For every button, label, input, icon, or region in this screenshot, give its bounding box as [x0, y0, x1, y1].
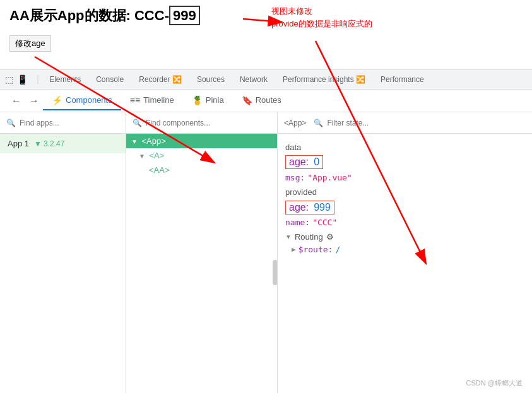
- component-aa[interactable]: <AA>: [126, 163, 277, 177]
- route-expand-arrow: ▶: [292, 245, 296, 254]
- tab-pinia-label: Pinia: [206, 95, 224, 105]
- routes-icon: 🔖: [242, 95, 252, 105]
- route-item[interactable]: ▶ $route: /: [283, 243, 527, 255]
- data-msg-item: msg: "App.vue": [283, 172, 527, 184]
- app-tag-label: <App>: [284, 119, 306, 127]
- tab-sources[interactable]: Sources: [191, 73, 231, 86]
- components-search-section: 🔍: [126, 112, 278, 133]
- panel-right: data age: 0 msg: "App.vue" provided age:…: [278, 134, 532, 393]
- app-name: App 1: [8, 139, 29, 148]
- back-button[interactable]: ←: [8, 93, 25, 109]
- tab-recorder[interactable]: Recorder 🔀: [133, 73, 188, 86]
- component-a-tag: <A>: [150, 151, 165, 160]
- component-aa-tag: <AA>: [149, 165, 170, 175]
- panel-mid: ▼ <App> ▼ <A> <AA>: [126, 134, 278, 393]
- pinia-icon: 🍍: [192, 95, 203, 105]
- provided-age-bordered: age: 999: [285, 201, 334, 214]
- data-age-item: age: 0: [283, 154, 527, 172]
- provided-section-title: provided: [283, 184, 527, 199]
- annotation-line1: 视图未修改: [271, 5, 372, 18]
- data-age-key: age:: [289, 156, 309, 168]
- main-content: App 1 ▼ 3.2.47 ▼ <App> ▼ <A> <AA> data a…: [0, 134, 532, 393]
- tab-performance[interactable]: Performance: [374, 73, 430, 86]
- inspect-icon[interactable]: ⬚: [5, 74, 13, 85]
- title-text: AA展示App的数据: CCC-999: [9, 6, 200, 25]
- tab-timeline[interactable]: ≡≡ Timeline: [121, 91, 183, 110]
- modify-age-button[interactable]: 修改age: [9, 35, 51, 52]
- component-a[interactable]: ▼ <A>: [126, 148, 277, 163]
- routing-gear-icon: ⚙: [326, 232, 334, 242]
- state-search-section: <App> 🔍: [278, 112, 532, 133]
- title-prefix: AA展示App的数据: CCC-: [9, 8, 169, 23]
- tab-timeline-label: Timeline: [143, 95, 174, 105]
- search-bar: 🔍 🔍 <App> 🔍: [0, 112, 532, 134]
- provided-age-key: age:: [289, 202, 309, 213]
- tab-components-label: Components: [66, 95, 112, 105]
- apps-search-icon: 🔍: [6, 119, 16, 127]
- data-section-title: data: [283, 139, 527, 154]
- annotation-box: 视图未修改 provide的数据是非响应式的: [271, 5, 372, 30]
- component-app-tag: <App>: [142, 136, 166, 146]
- component-app[interactable]: ▼ <App>: [126, 134, 277, 148]
- tab-components[interactable]: ⚡ Components: [43, 91, 121, 110]
- find-apps-input[interactable]: [20, 119, 119, 127]
- data-age-bordered: age: 0: [285, 155, 323, 169]
- provided-age-val: 999: [314, 202, 331, 213]
- filter-search-icon: 🔍: [314, 119, 323, 127]
- panel-left: App 1 ▼ 3.2.47: [0, 134, 126, 393]
- find-components-input[interactable]: [146, 119, 271, 127]
- tab-routes-label: Routes: [256, 95, 281, 105]
- watermark: CSDN @蟑螂大道: [466, 378, 523, 388]
- app-version: ▼ 3.2.47: [34, 139, 64, 148]
- a-expand-arrow: ▼: [139, 153, 145, 160]
- toolbar-icons: ⬚ 📱: [5, 74, 28, 85]
- route-key: $route:: [299, 245, 333, 254]
- routing-arrow-icon: ▼: [285, 233, 292, 240]
- tab-pinia[interactable]: 🍍 Pinia: [183, 91, 233, 110]
- vue-toolbar: ← → ⚡ Components ≡≡ Timeline 🍍 Pinia 🔖 R…: [0, 90, 532, 112]
- annotation-line2: provide的数据是非响应式的: [271, 18, 372, 30]
- title-number: 999: [169, 6, 200, 25]
- data-msg-key: msg:: [285, 173, 305, 182]
- routing-section-title: ▼ Routing ⚙: [283, 228, 527, 243]
- provided-name-key: name:: [285, 218, 310, 227]
- routing-label: Routing: [295, 232, 323, 242]
- tab-console[interactable]: Console: [90, 73, 130, 86]
- devtools-toolbar: ⬚ 📱 | Elements Console Recorder 🔀 Source…: [0, 69, 532, 90]
- app-list-item[interactable]: App 1 ▼ 3.2.47: [0, 134, 126, 153]
- tab-routes[interactable]: 🔖 Routes: [233, 91, 290, 110]
- timeline-icon: ≡≡: [130, 95, 140, 105]
- route-val: /: [335, 245, 340, 254]
- tab-elements[interactable]: Elements: [43, 73, 87, 86]
- forward-button[interactable]: →: [25, 93, 43, 109]
- main-title: AA展示App的数据: CCC-999: [9, 6, 523, 25]
- app-expand-arrow: ▼: [131, 138, 138, 145]
- provided-age-item: age: 999: [283, 199, 527, 216]
- top-area: AA展示App的数据: CCC-999 视图未修改 provide的数据是非响应…: [0, 0, 532, 69]
- provided-name-val: "CCC": [312, 218, 337, 227]
- components-search-icon: 🔍: [133, 119, 142, 127]
- apps-search-section: 🔍: [0, 112, 126, 133]
- separator1: |: [37, 74, 39, 85]
- data-msg-val: "App.vue": [307, 173, 352, 182]
- tab-performance-insights[interactable]: Performance insights 🔀: [276, 73, 372, 86]
- components-icon: ⚡: [52, 95, 62, 105]
- provided-name-item: name: "CCC": [283, 216, 527, 228]
- filter-state-input[interactable]: [327, 119, 526, 127]
- vue-v-icon: ▼: [34, 139, 42, 148]
- data-age-val: 0: [314, 156, 319, 168]
- device-icon[interactable]: 📱: [17, 74, 28, 85]
- tab-network[interactable]: Network: [233, 73, 274, 86]
- scroll-handle[interactable]: [273, 260, 278, 285]
